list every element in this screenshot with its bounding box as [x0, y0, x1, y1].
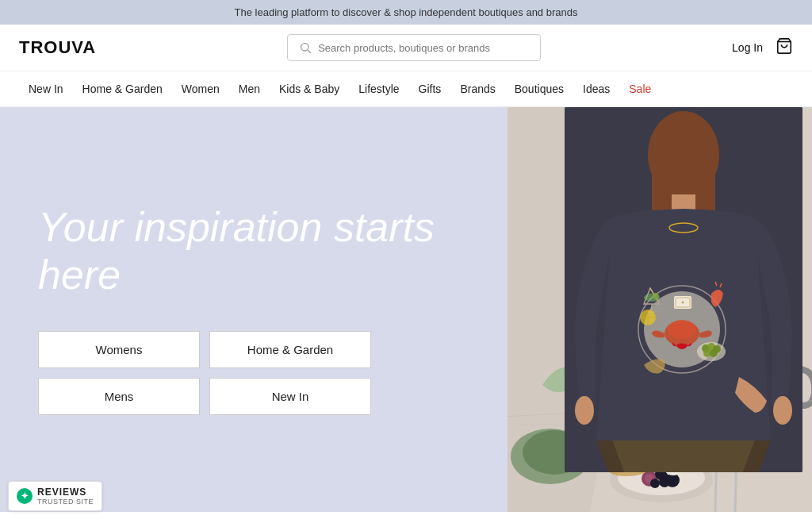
top-banner: The leading platform to discover & shop …	[0, 0, 812, 25]
svg-point-64	[710, 349, 718, 357]
new-in-button[interactable]: New In	[209, 378, 371, 415]
login-button[interactable]: Log In	[732, 41, 763, 54]
nav-item-men[interactable]: Men	[229, 71, 270, 106]
reviews-icon: ✦	[17, 488, 33, 504]
svg-point-0	[301, 44, 308, 51]
reviews-badge[interactable]: ✦ REVIEWS TRUSTED SITE	[8, 481, 102, 511]
nav-item-lifestyle[interactable]: Lifestyle	[349, 71, 408, 106]
header-actions: Log In	[732, 37, 793, 58]
hero-right-panel	[508, 107, 812, 512]
hero-left-panel: Your inspiration starts here Womens Home…	[0, 107, 508, 512]
header: TROUVA Log In	[0, 25, 812, 71]
womens-button[interactable]: Womens	[38, 331, 200, 368]
nav-item-women[interactable]: Women	[172, 71, 229, 106]
reviews-sub-label: TRUSTED SITE	[37, 498, 94, 506]
home-garden-button[interactable]: Home & Garden	[209, 331, 371, 368]
search-bar	[112, 34, 716, 61]
clothing-image	[565, 107, 802, 472]
mens-button[interactable]: Mens	[38, 378, 200, 415]
svg-point-48	[668, 320, 696, 339]
hero-title: Your inspiration starts here	[38, 204, 469, 299]
svg-point-55	[653, 293, 659, 299]
clothing-svg	[565, 107, 802, 472]
svg-point-28	[659, 476, 670, 487]
svg-point-43	[773, 396, 792, 425]
nav-item-brands[interactable]: Brands	[450, 71, 504, 106]
logo[interactable]: TROUVA	[19, 37, 96, 58]
nav-item-home-garden[interactable]: Home & Garden	[73, 71, 172, 106]
nav-item-boutiques[interactable]: Boutiques	[505, 71, 573, 106]
svg-rect-42	[672, 194, 695, 210]
cart-icon[interactable]	[776, 37, 793, 58]
svg-line-1	[308, 50, 311, 53]
nav-item-ideas[interactable]: Ideas	[573, 71, 619, 106]
svg-point-29	[650, 479, 660, 488]
main-nav: New In Home & Garden Women Men Kids & Ba…	[0, 71, 812, 107]
svg-point-44	[575, 396, 594, 425]
nav-item-kids-baby[interactable]: Kids & Baby	[270, 71, 349, 106]
hero-section: Your inspiration starts here Womens Home…	[0, 107, 812, 512]
reviews-main-label: REVIEWS	[37, 487, 94, 498]
reviews-text: REVIEWS TRUSTED SITE	[37, 487, 94, 506]
hero-buttons: Womens Home & Garden Mens New In	[38, 331, 371, 415]
search-icon	[299, 41, 312, 54]
nav-item-sale[interactable]: Sale	[619, 71, 661, 106]
banner-text: The leading platform to discover & shop …	[235, 6, 578, 18]
search-input[interactable]	[318, 42, 529, 54]
svg-point-67	[682, 302, 684, 304]
nav-item-gifts[interactable]: Gifts	[409, 71, 451, 106]
nav-item-new-in[interactable]: New In	[19, 71, 73, 106]
search-input-wrap[interactable]	[287, 34, 541, 61]
